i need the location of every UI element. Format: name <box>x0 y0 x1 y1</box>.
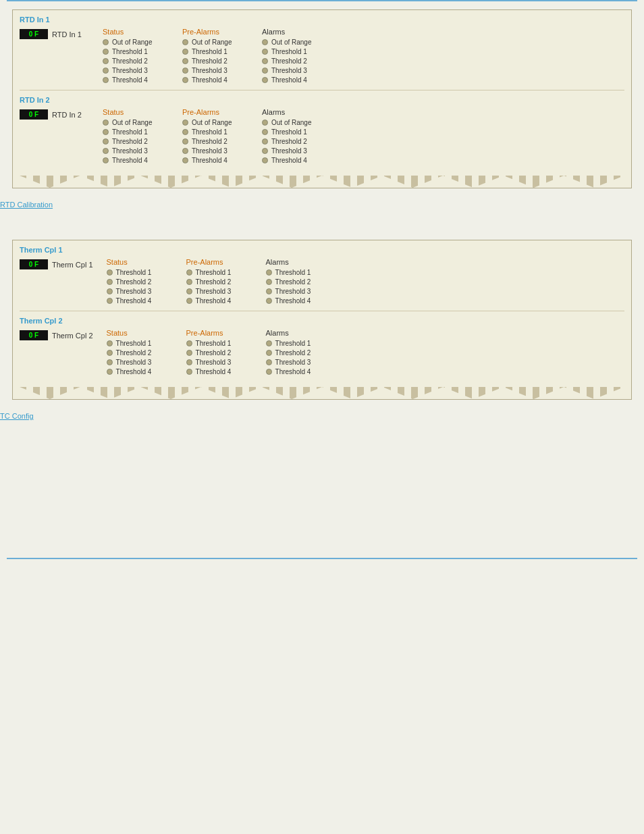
indicator-dot-therm-1-alarms-2 <box>266 359 272 365</box>
indicator-label-rtd-0-alarms-2: Threshold 2 <box>271 57 307 65</box>
indicator-row-rtd-0-alarms-4: Threshold 4 <box>262 76 336 84</box>
sensor-label-therm-1: Therm Cpl 2 <box>52 332 93 340</box>
indicator-row-rtd-0-pre-alarms-2: Threshold 2 <box>182 57 257 65</box>
indicator-dot-rtd-1-pre-alarms-3 <box>182 148 188 154</box>
indicator-label-therm-0-alarms-0: Threshold 1 <box>275 269 311 276</box>
sensor-display-rtd-1: 0 F <box>20 109 48 120</box>
col-title-alarms-therm-0: Alarms <box>266 258 340 266</box>
sensor-display-rtd-0: 0 F <box>20 29 48 39</box>
indicator-dot-therm-0-alarms-1 <box>266 279 272 285</box>
indicator-label-rtd-0-pre-alarms-0: Out of Range <box>192 38 232 46</box>
section-link-therm[interactable]: TC Config <box>0 412 34 420</box>
indicator-dot-therm-0-alarms-0 <box>266 269 272 276</box>
indicator-dot-therm-0-status-1 <box>107 279 113 285</box>
col-title-pre-alarms-rtd-1: Pre-Alarms <box>182 108 257 116</box>
indicator-row-rtd-1-alarms-0: Out of Range <box>262 119 336 126</box>
sensor-display-therm-0: 0 F <box>20 259 48 269</box>
indicator-row-rtd-1-pre-alarms-3: Threshold 3 <box>182 147 257 155</box>
indicator-row-rtd-1-alarms-3: Threshold 3 <box>262 147 336 155</box>
sensor-label-rtd-1: RTD In 2 <box>52 111 89 119</box>
indicator-row-therm-0-status-3: Threshold 4 <box>107 297 181 305</box>
indicator-dot-rtd-0-pre-alarms-1 <box>182 49 188 55</box>
indicator-dot-rtd-0-status-0 <box>103 39 109 45</box>
indicator-label-rtd-1-pre-alarms-1: Threshold 1 <box>192 128 227 136</box>
indicator-row-therm-1-status-1: Threshold 2 <box>107 349 181 357</box>
indicator-dot-therm-0-pre-alarms-2 <box>186 288 192 294</box>
indicator-row-rtd-1-alarms-1: Threshold 1 <box>262 128 336 136</box>
indicator-label-therm-0-alarms-2: Threshold 3 <box>275 288 311 295</box>
col-title-status-therm-1: Status <box>107 329 181 337</box>
indicator-dot-rtd-1-status-1 <box>103 129 109 135</box>
indicator-row-rtd-0-status-4: Threshold 4 <box>103 76 177 84</box>
indicator-label-rtd-0-pre-alarms-4: Threshold 4 <box>192 76 227 84</box>
indicator-dot-rtd-0-alarms-3 <box>262 68 268 74</box>
indicator-row-rtd-1-pre-alarms-4: Threshold 4 <box>182 157 257 164</box>
indicator-dot-rtd-0-status-1 <box>103 49 109 55</box>
section-link-rtd[interactable]: RTD Calibration <box>0 201 53 209</box>
indicator-dot-therm-1-alarms-0 <box>266 340 272 346</box>
indicator-label-rtd-1-status-1: Threshold 1 <box>112 128 148 136</box>
sensor-group-title-rtd-0: RTD In 1 <box>20 16 624 24</box>
indicator-dot-rtd-1-alarms-0 <box>262 120 268 126</box>
col-pre-alarms-therm-1: Pre-AlarmsThreshold 1Threshold 2Threshol… <box>186 329 261 377</box>
indicator-label-rtd-0-pre-alarms-2: Threshold 2 <box>192 57 227 65</box>
col-status-therm-0: StatusThreshold 1Threshold 2Threshold 3T… <box>107 258 181 307</box>
indicator-label-therm-1-pre-alarms-0: Threshold 1 <box>196 340 232 347</box>
indicator-row-rtd-0-alarms-1: Threshold 1 <box>262 48 336 55</box>
indicator-row-rtd-0-status-0: Out of Range <box>103 38 177 46</box>
indicator-dot-rtd-1-alarms-4 <box>262 157 268 163</box>
indicator-row-therm-0-pre-alarms-1: Threshold 2 <box>186 278 261 286</box>
indicator-dot-rtd-0-alarms-4 <box>262 77 268 83</box>
top-rule <box>7 0 637 1</box>
indicator-row-rtd-1-status-3: Threshold 3 <box>103 147 177 155</box>
section-block-therm: Therm Cpl 10 FTherm Cpl 1StatusThreshold… <box>12 240 632 400</box>
col-title-status-rtd-0: Status <box>103 28 177 36</box>
indicator-row-therm-0-pre-alarms-2: Threshold 3 <box>186 288 261 295</box>
indicator-row-therm-1-status-3: Threshold 4 <box>107 368 181 375</box>
indicator-label-rtd-0-pre-alarms-3: Threshold 3 <box>192 67 227 74</box>
indicator-dot-therm-0-status-0 <box>107 269 113 276</box>
indicator-label-rtd-1-pre-alarms-3: Threshold 3 <box>192 147 227 155</box>
indicator-label-rtd-0-status-1: Threshold 1 <box>112 48 148 55</box>
col-title-alarms-rtd-1: Alarms <box>262 108 336 116</box>
page-container: RTD In 10 FRTD In 1StatusOut of RangeThr… <box>0 0 644 834</box>
indicator-row-rtd-0-pre-alarms-4: Threshold 4 <box>182 76 257 84</box>
indicator-dot-rtd-0-pre-alarms-0 <box>182 39 188 45</box>
col-title-pre-alarms-rtd-0: Pre-Alarms <box>182 28 257 36</box>
indicator-dot-rtd-0-status-4 <box>103 77 109 83</box>
indicator-label-therm-0-status-2: Threshold 3 <box>116 288 152 295</box>
indicator-dot-therm-1-pre-alarms-1 <box>186 350 192 356</box>
indicator-dot-therm-0-status-3 <box>107 298 113 304</box>
indicator-label-therm-0-pre-alarms-1: Threshold 2 <box>196 278 232 286</box>
col-title-pre-alarms-therm-1: Pre-Alarms <box>186 329 261 337</box>
col-title-pre-alarms-therm-0: Pre-Alarms <box>186 258 261 266</box>
indicator-label-therm-0-alarms-1: Threshold 2 <box>275 278 311 286</box>
indicator-dot-therm-1-pre-alarms-3 <box>186 369 192 375</box>
indicator-row-rtd-0-pre-alarms-3: Threshold 3 <box>182 67 257 74</box>
indicator-dot-rtd-1-status-0 <box>103 120 109 126</box>
col-pre-alarms-therm-0: Pre-AlarmsThreshold 1Threshold 2Threshol… <box>186 258 261 307</box>
indicator-label-rtd-1-alarms-4: Threshold 4 <box>271 157 307 164</box>
sensor-label-rtd-0: RTD In 1 <box>52 30 89 38</box>
indicator-row-rtd-0-pre-alarms-0: Out of Range <box>182 38 257 46</box>
indicator-label-therm-0-pre-alarms-3: Threshold 4 <box>196 297 232 305</box>
indicator-row-rtd-1-alarms-2: Threshold 2 <box>262 138 336 145</box>
indicator-label-therm-1-alarms-1: Threshold 2 <box>275 349 311 357</box>
indicator-dot-rtd-1-pre-alarms-0 <box>182 120 188 126</box>
status-columns-rtd-1: StatusOut of RangeThreshold 1Threshold 2… <box>103 108 342 166</box>
indicator-dot-rtd-1-status-3 <box>103 148 109 154</box>
col-alarms-rtd-1: AlarmsOut of RangeThreshold 1Threshold 2… <box>262 108 336 166</box>
sensor-row-therm-0: 0 FTherm Cpl 1StatusThreshold 1Threshold… <box>20 258 624 311</box>
indicator-row-therm-1-alarms-2: Threshold 3 <box>266 359 340 366</box>
indicator-label-rtd-1-status-4: Threshold 4 <box>112 157 148 164</box>
indicator-label-therm-1-status-1: Threshold 2 <box>116 349 152 357</box>
indicator-dot-rtd-0-pre-alarms-2 <box>182 58 188 64</box>
indicator-row-therm-1-alarms-0: Threshold 1 <box>266 340 340 347</box>
col-alarms-therm-0: AlarmsThreshold 1Threshold 2Threshold 3T… <box>266 258 340 307</box>
indicator-label-therm-0-status-0: Threshold 1 <box>116 269 152 276</box>
indicator-row-therm-1-alarms-1: Threshold 2 <box>266 349 340 357</box>
indicator-label-therm-1-pre-alarms-3: Threshold 4 <box>196 368 232 375</box>
bottom-rule <box>7 558 637 559</box>
sections-container: RTD In 10 FRTD In 1StatusOut of RangeThr… <box>0 9 644 423</box>
indicator-label-rtd-0-alarms-3: Threshold 3 <box>271 67 307 74</box>
